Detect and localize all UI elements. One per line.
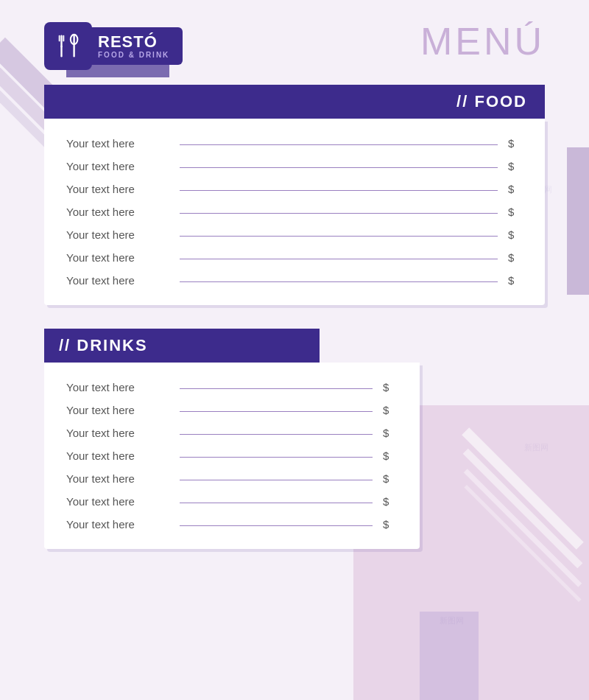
food-item-name: Your text here [66,274,169,287]
food-item-name: Your text here [66,228,169,241]
drinks-item-name: Your text here [66,404,169,416]
drinks-menu-item: Your text here $ [66,467,398,490]
drinks-section-label: // DRINKS [59,336,148,354]
food-item-price: $ [508,228,523,241]
food-item-dots [180,236,498,237]
logo-text-box: RESTÓ FOOD & DRINK [89,27,183,65]
drinks-menu-item: Your text here $ [66,444,398,467]
food-item-name: Your text here [66,206,169,218]
drinks-section: // DRINKS Your text here $ Your text her… [44,329,545,549]
header: RESTÓ FOOD & DRINK MENÚ [44,22,545,70]
food-item-name: Your text here [66,137,169,150]
drinks-item-dots [180,503,373,503]
food-menu-item: Your text here $ [66,200,523,223]
food-menu-item: Your text here $ [66,223,523,246]
food-item-dots [180,213,498,214]
food-menu-item: Your text here $ [66,269,523,292]
deco-block-br-small [420,612,479,700]
page-content: RESTÓ FOOD & DRINK MENÚ // FOOD Your tex… [0,0,589,593]
drinks-item-price: $ [383,427,398,439]
food-item-name: Your text here [66,183,169,195]
fork-knife-icon [54,32,82,60]
food-menu-card: Your text here $ Your text here $ Your t… [44,119,545,305]
menu-title: MENÚ [420,22,545,60]
food-menu-item: Your text here $ [66,178,523,200]
drinks-section-header: // DRINKS [44,329,320,363]
food-header-wrapper: // FOOD [44,85,545,119]
drinks-item-dots [180,457,373,458]
food-item-name: Your text here [66,160,169,172]
drinks-menu-item: Your text here $ [66,421,398,444]
drinks-menu-item: Your text here $ [66,490,398,513]
food-item-price: $ [508,251,523,264]
food-item-dots [180,144,498,145]
drinks-item-price: $ [383,449,398,462]
drinks-item-name: Your text here [66,427,169,439]
drinks-item-dots [180,388,373,389]
food-item-price: $ [508,206,523,218]
food-item-dots [180,281,498,282]
drinks-item-dots [180,411,373,412]
drinks-menu-item: Your text here $ [66,513,398,536]
drinks-menu-card: Your text here $ Your text here $ Your t… [44,363,420,549]
logo-icon-box [44,22,92,70]
food-item-dots [180,259,498,259]
food-section: // FOOD Your text here $ Your text here … [44,85,545,305]
logo-name: RESTÓ [98,33,169,51]
drinks-item-dots [180,434,373,435]
food-section-label: // FOOD [456,92,527,111]
logo-subtitle: FOOD & DRINK [98,51,169,59]
food-item-price: $ [508,160,523,172]
food-item-dots [180,190,498,191]
drinks-item-name: Your text here [66,495,169,508]
drinks-items-list: Your text here $ Your text here $ Your t… [66,376,398,536]
drinks-item-dots [180,480,373,480]
food-menu-item: Your text here $ [66,246,523,269]
drinks-item-price: $ [383,472,398,485]
drinks-item-price: $ [383,518,398,531]
food-section-header: // FOOD [44,85,545,119]
food-menu-item: Your text here $ [66,132,523,155]
drinks-item-name: Your text here [66,381,169,393]
drinks-item-name: Your text here [66,518,169,531]
drinks-header-wrapper: // DRINKS [44,329,320,363]
food-item-price: $ [508,274,523,287]
food-menu-item: Your text here $ [66,155,523,178]
drinks-menu-item: Your text here $ [66,376,398,399]
drinks-item-name: Your text here [66,472,169,485]
food-item-price: $ [508,137,523,150]
food-item-price: $ [508,183,523,195]
drinks-item-price: $ [383,495,398,508]
logo-area: RESTÓ FOOD & DRINK [44,22,186,70]
drinks-item-price: $ [383,381,398,393]
drinks-item-price: $ [383,404,398,416]
drinks-menu-item: Your text here $ [66,399,398,421]
food-item-name: Your text here [66,251,169,264]
food-items-list: Your text here $ Your text here $ Your t… [66,132,523,292]
food-item-dots [180,167,498,168]
drinks-item-name: Your text here [66,449,169,462]
drinks-item-dots [180,525,373,526]
